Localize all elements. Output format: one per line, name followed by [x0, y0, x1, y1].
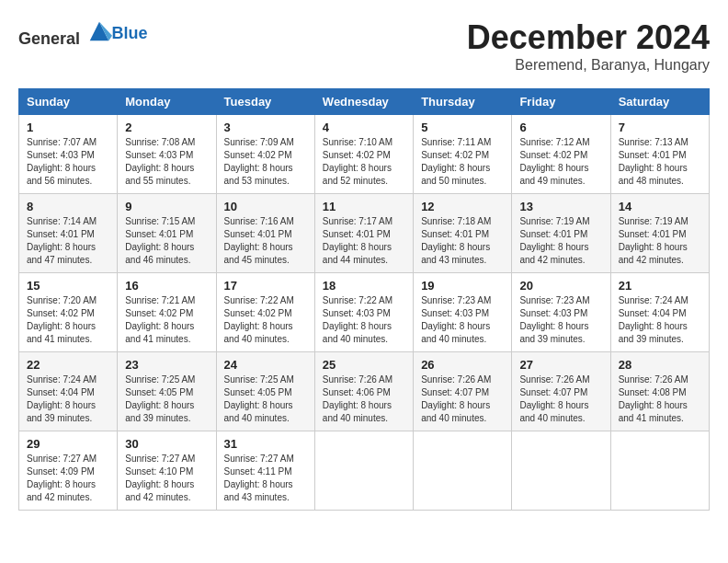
day-number: 10	[224, 200, 307, 213]
header-monday: Monday	[118, 89, 216, 115]
calendar-cell: 14 Sunrise: 7:19 AM Sunset: 4:01 PM Dayl…	[610, 194, 709, 273]
day-number: 20	[519, 279, 602, 293]
day-info: Sunrise: 7:27 AM Sunset: 4:10 PM Dayligh…	[125, 453, 208, 504]
calendar-header-row: Sunday Monday Tuesday Wednesday Thursday…	[19, 89, 710, 115]
day-number: 14	[619, 200, 701, 213]
day-number: 31	[224, 437, 307, 451]
day-number: 3	[224, 121, 307, 134]
header-thursday: Thursday	[414, 89, 512, 115]
calendar-cell: 25 Sunrise: 7:26 AM Sunset: 4:06 PM Dayl…	[314, 352, 413, 431]
calendar-week-row: 1 Sunrise: 7:07 AM Sunset: 4:03 PM Dayli…	[19, 115, 710, 194]
logo-blue: Blue	[112, 24, 148, 42]
header-sunday: Sunday	[19, 89, 118, 115]
page-header: General Blue December 2024 Beremend, Bar…	[18, 18, 710, 74]
day-info: Sunrise: 7:07 AM Sunset: 4:03 PM Dayligh…	[27, 136, 109, 188]
calendar-week-row: 15 Sunrise: 7:20 AM Sunset: 4:02 PM Dayl…	[19, 273, 710, 352]
day-info: Sunrise: 7:23 AM Sunset: 4:03 PM Dayligh…	[519, 294, 602, 346]
day-info: Sunrise: 7:13 AM Sunset: 4:01 PM Dayligh…	[619, 136, 701, 188]
month-year-title: December 2024	[467, 18, 710, 57]
calendar-cell: 4 Sunrise: 7:10 AM Sunset: 4:02 PM Dayli…	[314, 115, 413, 194]
calendar-cell: 16 Sunrise: 7:21 AM Sunset: 4:02 PM Dayl…	[118, 273, 216, 352]
day-number: 30	[125, 437, 208, 451]
calendar-week-row: 22 Sunrise: 7:24 AM Sunset: 4:04 PM Dayl…	[19, 352, 710, 431]
day-info: Sunrise: 7:21 AM Sunset: 4:02 PM Dayligh…	[125, 294, 208, 346]
calendar-cell: 13 Sunrise: 7:19 AM Sunset: 4:01 PM Dayl…	[512, 194, 610, 273]
day-number: 7	[619, 121, 701, 134]
day-info: Sunrise: 7:24 AM Sunset: 4:04 PM Dayligh…	[27, 373, 109, 425]
day-info: Sunrise: 7:23 AM Sunset: 4:03 PM Dayligh…	[421, 294, 504, 346]
day-info: Sunrise: 7:26 AM Sunset: 4:07 PM Dayligh…	[519, 373, 602, 425]
day-info: Sunrise: 7:25 AM Sunset: 4:05 PM Dayligh…	[125, 373, 208, 425]
day-number: 29	[27, 437, 109, 451]
day-number: 27	[519, 358, 602, 372]
logo: General Blue	[18, 18, 148, 49]
calendar-cell: 18 Sunrise: 7:22 AM Sunset: 4:03 PM Dayl…	[314, 273, 413, 352]
day-number: 23	[125, 358, 208, 372]
day-info: Sunrise: 7:11 AM Sunset: 4:02 PM Dayligh…	[421, 136, 504, 188]
day-number: 12	[421, 200, 504, 213]
header-wednesday: Wednesday	[314, 89, 413, 115]
calendar-week-row: 29 Sunrise: 7:27 AM Sunset: 4:09 PM Dayl…	[19, 431, 710, 511]
calendar-cell	[610, 431, 709, 511]
calendar-cell: 20 Sunrise: 7:23 AM Sunset: 4:03 PM Dayl…	[512, 273, 610, 352]
day-number: 22	[27, 358, 109, 372]
title-area: December 2024 Beremend, Baranya, Hungary	[467, 18, 710, 74]
day-info: Sunrise: 7:14 AM Sunset: 4:01 PM Dayligh…	[27, 215, 109, 267]
day-info: Sunrise: 7:27 AM Sunset: 4:09 PM Dayligh…	[27, 453, 109, 504]
calendar-cell: 28 Sunrise: 7:26 AM Sunset: 4:08 PM Dayl…	[610, 352, 709, 431]
calendar-cell: 21 Sunrise: 7:24 AM Sunset: 4:04 PM Dayl…	[610, 273, 709, 352]
day-info: Sunrise: 7:09 AM Sunset: 4:02 PM Dayligh…	[224, 136, 307, 188]
day-info: Sunrise: 7:19 AM Sunset: 4:01 PM Dayligh…	[619, 215, 701, 267]
day-number: 15	[27, 279, 109, 293]
header-saturday: Saturday	[610, 89, 709, 115]
day-info: Sunrise: 7:20 AM Sunset: 4:02 PM Dayligh…	[27, 294, 109, 346]
day-number: 28	[619, 358, 701, 372]
calendar-cell: 5 Sunrise: 7:11 AM Sunset: 4:02 PM Dayli…	[414, 115, 512, 194]
calendar-cell: 26 Sunrise: 7:26 AM Sunset: 4:07 PM Dayl…	[414, 352, 512, 431]
day-number: 2	[125, 121, 208, 134]
calendar-cell: 15 Sunrise: 7:20 AM Sunset: 4:02 PM Dayl…	[19, 273, 118, 352]
calendar-cell: 29 Sunrise: 7:27 AM Sunset: 4:09 PM Dayl…	[19, 431, 118, 511]
calendar-cell	[512, 431, 610, 511]
calendar-cell: 6 Sunrise: 7:12 AM Sunset: 4:02 PM Dayli…	[512, 115, 610, 194]
day-info: Sunrise: 7:12 AM Sunset: 4:02 PM Dayligh…	[519, 136, 602, 188]
day-number: 8	[27, 200, 109, 213]
day-info: Sunrise: 7:15 AM Sunset: 4:01 PM Dayligh…	[125, 215, 208, 267]
day-info: Sunrise: 7:17 AM Sunset: 4:01 PM Dayligh…	[323, 215, 405, 267]
header-friday: Friday	[512, 89, 610, 115]
day-number: 25	[323, 358, 405, 372]
day-number: 18	[323, 279, 405, 293]
day-info: Sunrise: 7:10 AM Sunset: 4:02 PM Dayligh…	[323, 136, 405, 188]
header-tuesday: Tuesday	[216, 89, 314, 115]
day-info: Sunrise: 7:19 AM Sunset: 4:01 PM Dayligh…	[519, 215, 602, 267]
calendar-cell: 30 Sunrise: 7:27 AM Sunset: 4:10 PM Dayl…	[118, 431, 216, 511]
logo-icon	[86, 18, 112, 44]
day-number: 16	[125, 279, 208, 293]
day-info: Sunrise: 7:22 AM Sunset: 4:02 PM Dayligh…	[224, 294, 307, 346]
day-number: 19	[421, 279, 504, 293]
calendar-cell: 17 Sunrise: 7:22 AM Sunset: 4:02 PM Dayl…	[216, 273, 314, 352]
day-info: Sunrise: 7:16 AM Sunset: 4:01 PM Dayligh…	[224, 215, 307, 267]
day-number: 5	[421, 121, 504, 134]
day-number: 6	[519, 121, 602, 134]
day-number: 11	[323, 200, 405, 213]
calendar-cell: 19 Sunrise: 7:23 AM Sunset: 4:03 PM Dayl…	[414, 273, 512, 352]
day-number: 24	[224, 358, 307, 372]
day-number: 13	[519, 200, 602, 213]
calendar-cell: 8 Sunrise: 7:14 AM Sunset: 4:01 PM Dayli…	[19, 194, 118, 273]
day-info: Sunrise: 7:18 AM Sunset: 4:01 PM Dayligh…	[421, 215, 504, 267]
calendar-cell: 11 Sunrise: 7:17 AM Sunset: 4:01 PM Dayl…	[314, 194, 413, 273]
logo-general: General	[18, 29, 80, 48]
calendar-cell: 10 Sunrise: 7:16 AM Sunset: 4:01 PM Dayl…	[216, 194, 314, 273]
calendar-week-row: 8 Sunrise: 7:14 AM Sunset: 4:01 PM Dayli…	[19, 194, 710, 273]
calendar-cell: 24 Sunrise: 7:25 AM Sunset: 4:05 PM Dayl…	[216, 352, 314, 431]
day-info: Sunrise: 7:08 AM Sunset: 4:03 PM Dayligh…	[125, 136, 208, 188]
day-number: 1	[27, 121, 109, 134]
calendar-cell: 12 Sunrise: 7:18 AM Sunset: 4:01 PM Dayl…	[414, 194, 512, 273]
calendar-cell: 31 Sunrise: 7:27 AM Sunset: 4:11 PM Dayl…	[216, 431, 314, 511]
day-info: Sunrise: 7:24 AM Sunset: 4:04 PM Dayligh…	[619, 294, 701, 346]
day-info: Sunrise: 7:25 AM Sunset: 4:05 PM Dayligh…	[224, 373, 307, 425]
day-number: 26	[421, 358, 504, 372]
calendar-cell	[314, 431, 413, 511]
day-number: 21	[619, 279, 701, 293]
